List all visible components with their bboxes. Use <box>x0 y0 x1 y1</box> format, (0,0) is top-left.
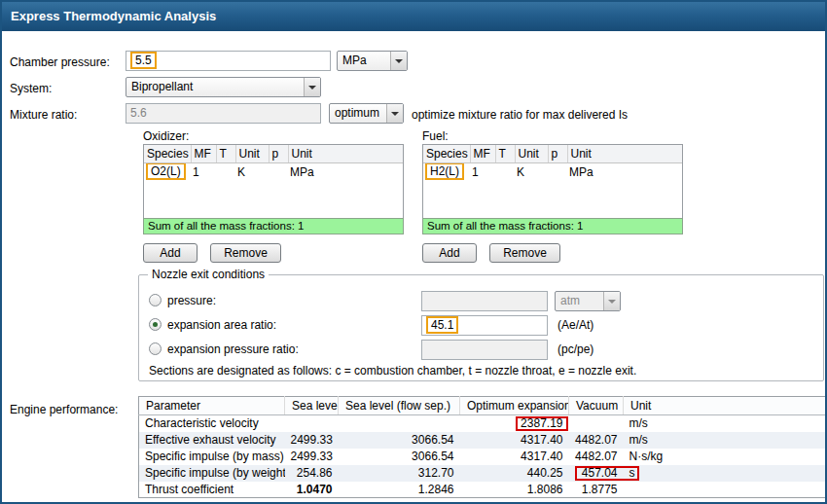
engine-header-row: Parameter Sea level Sea level (flow sep.… <box>139 397 826 415</box>
species-cell[interactable]: O2(L) <box>144 162 191 181</box>
pressure-radio[interactable] <box>149 294 162 306</box>
mixture-ratio-mode-combo[interactable]: optimum <box>329 103 404 124</box>
species-cell[interactable]: H2(L) <box>423 162 470 181</box>
unit-cell: s <box>624 465 826 482</box>
vacuum-cell: 4482.07 <box>569 449 624 465</box>
mf-cell[interactable]: 1 <box>470 162 495 181</box>
oxidizer-sum-row: Sum of all the mass fractions: 1 <box>143 218 404 234</box>
unit-cell: m/s <box>624 432 826 449</box>
express-thermodynamic-analysis-window: Express Thermodynamic Analysis Chamber p… <box>0 0 827 504</box>
mixture-ratio-hint: optimize mixture ratio for max delivered… <box>412 108 628 122</box>
sea-level-cell: 254.86 <box>285 465 339 482</box>
fuel-col-t: T <box>495 145 515 162</box>
oxidizer-col-t-unit: Unit <box>235 145 269 162</box>
sea-level-cell: 2499.33 <box>285 432 339 449</box>
pressure-input[interactable] <box>421 291 548 311</box>
table-row[interactable]: H2(L) 1 K MPa <box>423 162 683 181</box>
pressure-unit-value: atm <box>560 294 580 307</box>
fuel-col-p-unit: Unit <box>567 145 683 162</box>
p-cell[interactable] <box>269 162 288 181</box>
parameter-cell: Specific impulse (by weight) <box>139 465 285 482</box>
engine-col-unit: Unit <box>624 397 826 415</box>
table-row[interactable]: O2(L) 1 K MPa <box>144 162 404 181</box>
sea-level-cell: 2499.33 <box>285 449 339 465</box>
p-unit-cell[interactable]: MPa <box>288 162 404 181</box>
engine-col-parameter: Parameter <box>139 397 285 415</box>
optimum-cell: 1.8086 <box>460 482 569 498</box>
pressure-radio-label[interactable]: pressure: <box>167 294 216 307</box>
area-ratio-value-highlight: 45.1 <box>426 316 458 334</box>
oxidizer-col-p-unit: Unit <box>288 145 404 162</box>
fuel-col-t-unit: Unit <box>515 145 548 162</box>
chevron-down-icon[interactable] <box>386 104 403 123</box>
unit-cell: m/s <box>624 415 826 432</box>
species-highlight: H2(L) <box>425 162 464 180</box>
t-cell[interactable] <box>216 162 235 181</box>
expansion-area-ratio-label[interactable]: expansion area ratio: <box>167 318 276 332</box>
t-unit-cell[interactable]: K <box>235 162 269 181</box>
fuel-col-p: p <box>548 145 567 162</box>
table-row: Thrust coefficient 1.0470 1.2846 1.8086 … <box>139 482 826 498</box>
chamber-pressure-input[interactable]: 5.5 <box>126 51 331 71</box>
fuel-remove-button[interactable]: Remove <box>489 243 560 263</box>
oxidizer-col-t: T <box>216 145 235 162</box>
table-row: Effective exhaust velocity 2499.33 3066.… <box>139 432 826 449</box>
flow-sep-cell: 1.2846 <box>339 482 460 498</box>
engine-col-optimum: Optimum expansion <box>460 397 569 415</box>
unit-cell <box>624 482 826 498</box>
fuel-label: Fuel: <box>422 129 449 143</box>
mixture-ratio-input[interactable]: 5.6 <box>126 103 321 124</box>
window-title: Express Thermodynamic Analysis <box>11 9 216 23</box>
fuel-sum-row: Sum of all the mass fractions: 1 <box>422 218 683 234</box>
oxidizer-add-button[interactable]: Add <box>143 243 198 263</box>
flow-sep-cell <box>339 415 460 432</box>
window-titlebar: Express Thermodynamic Analysis <box>2 2 825 31</box>
chevron-down-icon[interactable] <box>304 78 320 96</box>
p-unit-cell[interactable]: MPa <box>567 162 683 181</box>
oxidizer-col-p: p <box>269 145 288 162</box>
t-unit-cell[interactable]: K <box>515 162 548 181</box>
system-combo[interactable]: Bipropellant <box>126 77 321 97</box>
parameter-cell: Thrust coefficient <box>139 482 285 498</box>
mf-cell[interactable]: 1 <box>191 162 216 181</box>
p-cell[interactable] <box>548 162 567 181</box>
optimum-cell: 4317.40 <box>460 432 569 449</box>
expansion-area-ratio-radio[interactable] <box>149 318 162 331</box>
oxidizer-col-mf: MF <box>191 145 216 162</box>
engine-performance-table: Parameter Sea level Sea level (flow sep.… <box>138 396 825 498</box>
fuel-table: Species MF T Unit p Unit H2(L) 1 K MPa <box>422 144 683 219</box>
callout-characteristic-velocity <box>516 416 568 431</box>
flow-sep-cell: 3066.54 <box>339 449 460 465</box>
expansion-pressure-ratio-radio[interactable] <box>149 342 162 355</box>
nozzle-exit-groupbox: Nozzle exit conditions pressure: atm exp… <box>138 274 824 381</box>
system-value: Bipropellant <box>131 80 193 93</box>
expansion-pressure-ratio-input[interactable] <box>421 340 548 360</box>
table-row: Specific impulse (by weight) 254.86 312.… <box>139 465 826 482</box>
t-cell[interactable] <box>495 162 515 181</box>
expansion-area-ratio-input[interactable]: 45.1 <box>421 315 548 336</box>
optimum-cell: 440.25 <box>460 465 569 482</box>
chamber-pressure-unit-value: MPa <box>342 54 367 67</box>
oxidizer-remove-button[interactable]: Remove <box>210 243 281 263</box>
sections-note: Sections are designated as follows: c = … <box>149 364 636 378</box>
fuel-add-button[interactable]: Add <box>422 243 477 263</box>
engine-col-sea-level: Sea level <box>285 397 339 415</box>
parameter-cell: Effective exhaust velocity <box>139 432 285 449</box>
unit-cell: N·s/kg <box>624 449 826 465</box>
expansion-pressure-ratio-label[interactable]: expansion pressure ratio: <box>167 342 299 356</box>
chamber-pressure-label: Chamber pressure: <box>10 55 110 69</box>
fuel-col-mf: MF <box>470 145 495 162</box>
engine-performance-label: Engine performance: <box>10 403 118 416</box>
callout-specific-impulse-vacuum <box>575 466 639 481</box>
chamber-pressure-unit-combo[interactable]: MPa <box>337 51 408 71</box>
oxidizer-table: Species MF T Unit p Unit O2(L) 1 K MPa <box>143 144 404 219</box>
system-label: System: <box>10 82 52 95</box>
chevron-down-icon[interactable] <box>390 52 407 70</box>
chamber-pressure-value-highlight: 5.5 <box>130 52 157 69</box>
parameter-cell: Characteristic velocity <box>139 415 285 432</box>
pressure-unit-combo[interactable]: atm <box>555 291 621 311</box>
sea-level-cell: 1.0470 <box>285 482 339 498</box>
oxidizer-label: Oxidizer: <box>143 129 189 143</box>
area-ratio-suffix: (Ae/At) <box>557 318 593 332</box>
vacuum-cell: 1.8775 <box>569 482 624 498</box>
